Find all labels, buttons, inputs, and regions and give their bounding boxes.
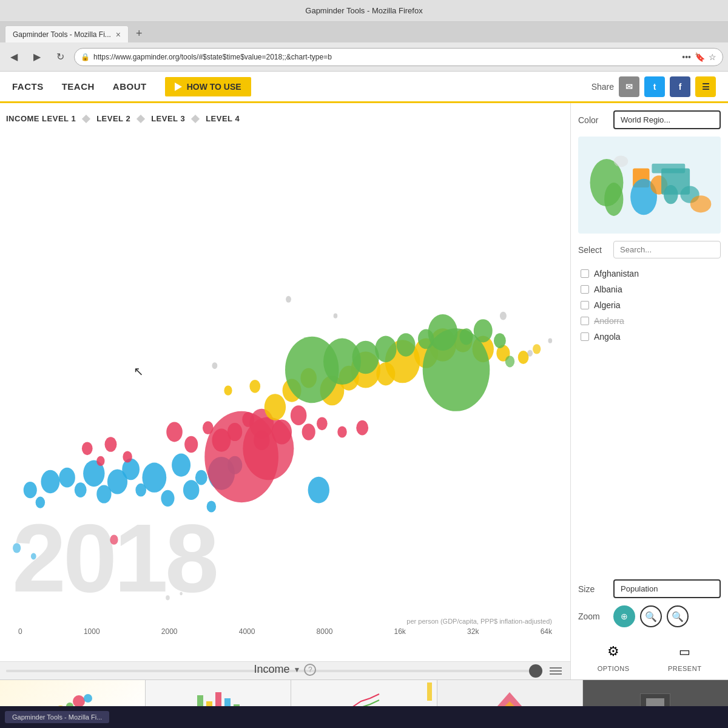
x-axis-label-row: Income ▼ ? <box>0 663 570 676</box>
world-map-container <box>578 136 721 234</box>
country-checkbox-angola[interactable] <box>581 332 589 341</box>
svg-rect-88 <box>652 164 685 174</box>
close-icon[interactable]: × <box>116 30 121 39</box>
country-name-albania: Albania <box>594 285 622 294</box>
present-button[interactable]: ▭ PRESENT <box>668 641 701 672</box>
star-icon[interactable]: ☆ <box>709 52 716 62</box>
info-icon[interactable]: ? <box>304 664 316 676</box>
svg-point-41 <box>110 534 118 544</box>
country-checkbox-albania[interactable] <box>581 285 589 294</box>
browser-toolbar: ◀ ▶ ↻ 🔒 https://www.gapminder.org/tools/… <box>0 42 728 72</box>
lock-icon: 🔒 <box>81 53 90 61</box>
chart-area[interactable]: INCOME LEVEL 1 LEVEL 2 LEVEL 3 LEVEL 4 2… <box>0 103 570 679</box>
browser-tab[interactable]: Gapminder Tools - Mozilla Fi... × <box>5 25 129 42</box>
svg-point-39 <box>337 426 346 437</box>
svg-point-13 <box>183 480 200 500</box>
legend-income-level-label: INCOME LEVEL 1 <box>6 114 76 123</box>
zoom-out-button[interactable]: 🔍 <box>667 605 689 627</box>
svg-point-56 <box>533 344 541 354</box>
options-label: OPTIONS <box>598 665 630 672</box>
svg-point-70 <box>423 328 490 411</box>
svg-point-63 <box>397 333 416 356</box>
url-text: https://www.gapminder.org/tools/#$state$… <box>93 53 678 61</box>
nav-links: FACTS TEACH ABOUT HOW TO USE <box>12 77 573 96</box>
country-item-algeria[interactable]: Algeria <box>578 297 721 313</box>
x-axis-ticks: 0 1000 2000 4000 8000 16k 32k 64k <box>0 627 570 636</box>
forward-button[interactable]: ▶ <box>28 48 46 66</box>
country-item-afghanistan[interactable]: Afghanistan <box>578 266 721 281</box>
share-email-button[interactable]: ✉ <box>619 76 639 97</box>
x-tick-4000: 4000 <box>239 627 255 636</box>
country-item-albania[interactable]: Albania <box>578 281 721 297</box>
svg-point-22 <box>96 456 104 466</box>
nav-about[interactable]: ABOUT <box>113 81 147 92</box>
legend-diamond-2 <box>136 114 145 123</box>
bookmark-icon[interactable]: 🔖 <box>695 52 705 62</box>
svg-point-42 <box>265 394 286 420</box>
taskbar-item[interactable]: Gapminder Tools - Mozilla Fi... <box>5 711 109 723</box>
search-input[interactable] <box>613 241 721 258</box>
svg-point-62 <box>375 335 396 362</box>
x-tick-32k: 32k <box>467 627 479 636</box>
select-label: Select <box>578 245 608 255</box>
size-dropdown[interactable]: Population <box>613 579 721 598</box>
browser-titlebar: Gapminder Tools - Mozilla Firefox <box>0 0 728 22</box>
back-button[interactable]: ◀ <box>5 48 23 66</box>
sidebar: Color World Regio... <box>570 103 728 679</box>
svg-point-71 <box>212 362 217 369</box>
window-title: Gapminder Tools - Mozilla Firefox <box>305 6 422 15</box>
size-value: Population <box>621 584 658 593</box>
zoom-row: Zoom ⊕ 🔍 🔍 <box>578 605 721 627</box>
svg-point-26 <box>184 436 198 453</box>
svg-point-14 <box>195 470 207 485</box>
url-bar[interactable]: 🔒 https://www.gapminder.org/tools/#$stat… <box>74 48 723 66</box>
options-icon: ⚙ <box>602 641 624 662</box>
reload-button[interactable]: ↻ <box>51 48 69 66</box>
svg-point-61 <box>352 341 379 374</box>
country-item-angola[interactable]: Angola <box>578 329 721 345</box>
svg-point-74 <box>500 312 507 320</box>
nav-facts[interactable]: FACTS <box>12 81 44 92</box>
svg-point-23 <box>105 437 117 452</box>
country-name-algeria: Algeria <box>594 300 621 310</box>
nav-teach[interactable]: TEACH <box>62 81 95 92</box>
svg-point-89 <box>614 155 629 167</box>
svg-point-76 <box>548 339 553 343</box>
taskbar: Gapminder Tools - Mozilla Fi... <box>0 706 728 728</box>
how-to-use-button[interactable]: HOW TO USE <box>165 77 251 96</box>
svg-point-3 <box>59 468 75 488</box>
share-label: Share <box>592 82 614 92</box>
svg-point-2 <box>36 497 45 508</box>
svg-point-77 <box>166 595 170 600</box>
country-checkbox-andorra[interactable] <box>581 317 589 325</box>
world-map-svg <box>578 136 721 234</box>
x-tick-16k: 16k <box>394 627 406 636</box>
country-checkbox-afghanistan[interactable] <box>581 269 589 278</box>
present-label: PRESENT <box>668 665 701 672</box>
country-checkbox-algeria[interactable] <box>581 301 589 309</box>
svg-point-19 <box>13 543 21 553</box>
present-icon: ▭ <box>674 641 696 662</box>
chart-and-sidebar: INCOME LEVEL 1 LEVEL 2 LEVEL 3 LEVEL 4 2… <box>0 103 728 679</box>
dropdown-icon[interactable]: ▼ <box>294 666 301 674</box>
options-button[interactable]: ⚙ OPTIONS <box>598 641 630 672</box>
svg-point-20 <box>31 553 36 560</box>
color-section: Color World Regio... <box>578 110 721 129</box>
legend-level2-label: LEVEL 2 <box>96 114 130 123</box>
bubble-chart <box>0 133 570 631</box>
svg-point-40 <box>356 420 368 436</box>
svg-point-69 <box>505 356 514 367</box>
zoom-in-button[interactable]: 🔍 <box>640 605 662 627</box>
color-value: World Regio... <box>621 115 670 124</box>
share-other-button[interactable]: ☰ <box>695 76 716 97</box>
share-twitter-button[interactable]: t <box>644 76 665 97</box>
color-dropdown[interactable]: World Regio... <box>613 110 721 129</box>
country-item-andorra[interactable]: Andorra <box>578 313 721 329</box>
menu-dots-icon[interactable]: ••• <box>682 52 691 62</box>
how-to-use-label: HOW TO USE <box>187 82 241 92</box>
new-tab-button[interactable]: + <box>131 25 147 42</box>
share-facebook-button[interactable]: f <box>670 76 690 97</box>
zoom-label: Zoom <box>578 612 608 621</box>
svg-point-4 <box>75 482 87 497</box>
zoom-cursor-button[interactable]: ⊕ <box>613 605 635 627</box>
